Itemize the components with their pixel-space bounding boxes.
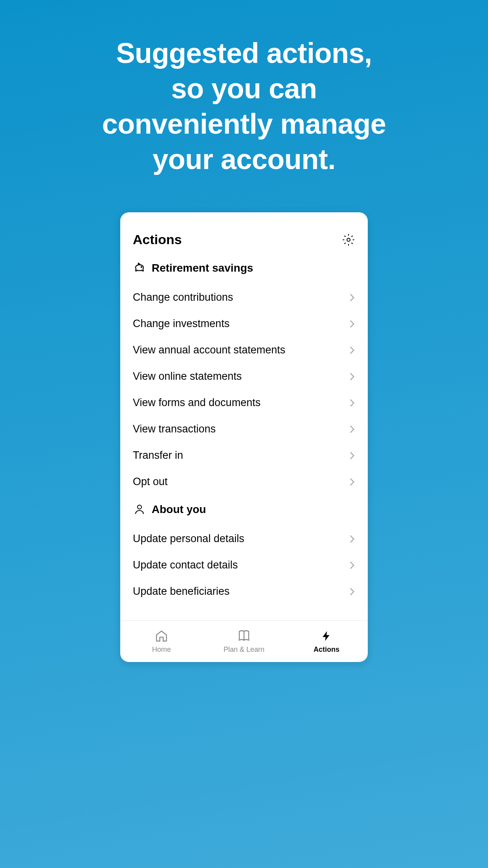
list-item-transfer-in[interactable]: Transfer in bbox=[133, 442, 355, 469]
list-item-opt-out[interactable]: Opt out bbox=[133, 469, 355, 495]
chevron-right-icon bbox=[349, 294, 355, 301]
list-item-view-transactions[interactable]: View transactions bbox=[133, 416, 355, 442]
list-item-label: Change contributions bbox=[133, 291, 233, 303]
chevron-right-icon bbox=[349, 373, 355, 380]
list-item-label: Transfer in bbox=[133, 449, 183, 462]
home-icon bbox=[154, 629, 169, 643]
chevron-right-icon bbox=[349, 479, 355, 485]
card-title: Actions bbox=[133, 232, 182, 247]
person-icon bbox=[133, 503, 146, 516]
actions-card: Actions Retirement savings Change contri… bbox=[120, 212, 368, 662]
list-item-label: View forms and documents bbox=[133, 397, 261, 409]
settings-button[interactable] bbox=[342, 233, 355, 246]
chevron-right-icon bbox=[349, 321, 355, 327]
tab-plan-learn[interactable]: Plan & Learn bbox=[203, 621, 285, 662]
svg-point-1 bbox=[141, 267, 142, 267]
tab-label: Home bbox=[152, 645, 171, 654]
list-item-label: Update contact details bbox=[133, 559, 238, 571]
list-item-view-annual-statements[interactable]: View annual account statements bbox=[133, 337, 355, 363]
section-retirement-title: Retirement savings bbox=[152, 262, 253, 274]
chevron-right-icon bbox=[349, 588, 355, 595]
card-header: Actions bbox=[133, 232, 355, 247]
tab-bar: Home Plan & Learn Actions bbox=[120, 620, 368, 662]
list-item-label: Update beneficiaries bbox=[133, 585, 229, 598]
list-item-label: View annual account statements bbox=[133, 344, 285, 356]
chevron-right-icon bbox=[349, 452, 355, 459]
list-item-label: Update personal details bbox=[133, 533, 244, 545]
section-about-title: About you bbox=[152, 503, 206, 516]
list-item-update-beneficiaries[interactable]: Update beneficiaries bbox=[133, 578, 355, 605]
tab-label: Actions bbox=[314, 645, 339, 654]
chevron-right-icon bbox=[349, 347, 355, 353]
list-item-update-personal[interactable]: Update personal details bbox=[133, 526, 355, 552]
section-retirement-header: Retirement savings bbox=[133, 261, 355, 275]
list-item-change-contributions[interactable]: Change contributions bbox=[133, 284, 355, 311]
chevron-right-icon bbox=[349, 536, 355, 542]
list-item-view-forms[interactable]: View forms and documents bbox=[133, 390, 355, 416]
list-item-change-investments[interactable]: Change investments bbox=[133, 311, 355, 337]
tab-actions[interactable]: Actions bbox=[285, 621, 368, 662]
list-item-label: Change investments bbox=[133, 318, 229, 330]
list-item-view-online-statements[interactable]: View online statements bbox=[133, 363, 355, 390]
piggy-bank-icon bbox=[133, 261, 146, 275]
lightning-icon bbox=[319, 629, 334, 643]
list-item-label: View transactions bbox=[133, 423, 216, 435]
chevron-right-icon bbox=[349, 562, 355, 568]
tab-home[interactable]: Home bbox=[120, 621, 203, 662]
gear-icon bbox=[342, 234, 355, 246]
list-item-label: Opt out bbox=[133, 476, 168, 488]
card-content: Actions Retirement savings Change contri… bbox=[120, 212, 368, 620]
hero-title: Suggested actions,so you canconveniently… bbox=[102, 35, 386, 177]
list-item-update-contact[interactable]: Update contact details bbox=[133, 552, 355, 578]
chevron-right-icon bbox=[349, 400, 355, 406]
tab-label: Plan & Learn bbox=[224, 645, 264, 654]
section-about-header: About you bbox=[133, 503, 355, 516]
list-item-label: View online statements bbox=[133, 370, 242, 383]
chevron-right-icon bbox=[349, 426, 355, 432]
svg-point-2 bbox=[138, 505, 141, 509]
svg-point-0 bbox=[347, 238, 350, 241]
book-icon bbox=[237, 629, 251, 643]
